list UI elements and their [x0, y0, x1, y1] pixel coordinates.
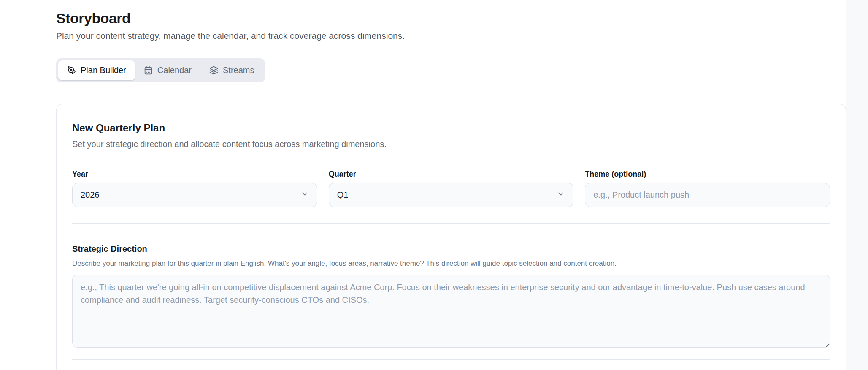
storyboard-page: Storyboard Plan your content strategy, m… — [56, 0, 846, 370]
year-select[interactable]: 2026 — [72, 183, 317, 207]
page-subtitle: Plan your content strategy, manage the c… — [56, 31, 846, 41]
calendar-days-icon — [144, 66, 153, 75]
card-subtitle: Set your strategic direction and allocat… — [72, 139, 830, 149]
chevron-down-icon — [300, 190, 309, 200]
tab-bar: Plan Builder Calendar — [56, 58, 265, 82]
quarter-field: Quarter Q1 — [329, 170, 574, 207]
theme-input[interactable] — [585, 183, 830, 207]
theme-label: Theme (optional) — [585, 170, 830, 179]
year-field: Year 2026 — [72, 170, 317, 207]
section-divider — [72, 359, 830, 360]
tab-label: Plan Builder — [81, 65, 126, 75]
quarter-select[interactable]: Q1 — [329, 183, 574, 207]
quarter-label: Quarter — [329, 170, 574, 179]
strategic-direction-description: Describe your marketing plan for this qu… — [72, 259, 830, 268]
section-divider — [72, 223, 830, 224]
year-label: Year — [72, 170, 317, 179]
pen-tool-icon — [67, 66, 76, 75]
quarter-select-value: Q1 — [337, 190, 349, 200]
tab-label: Streams — [223, 65, 254, 75]
chevron-down-icon — [557, 190, 565, 200]
strategic-direction-title: Strategic Direction — [72, 244, 830, 254]
tab-plan-builder[interactable]: Plan Builder — [58, 60, 135, 80]
plan-fields-row: Year 2026 Quarter Q1 Theme (op — [72, 170, 830, 207]
card-title: New Quarterly Plan — [72, 122, 830, 134]
year-select-value: 2026 — [81, 190, 100, 200]
page-right-gutter — [846, 0, 868, 370]
tab-label: Calendar — [157, 65, 192, 75]
layers-icon — [209, 66, 218, 75]
tab-calendar[interactable]: Calendar — [135, 60, 200, 80]
tab-streams[interactable]: Streams — [200, 60, 263, 80]
page-title: Storyboard — [56, 10, 846, 27]
new-quarterly-plan-card: New Quarterly Plan Set your strategic di… — [56, 104, 846, 370]
theme-field: Theme (optional) — [585, 170, 830, 207]
strategic-direction-textarea[interactable] — [72, 275, 830, 348]
